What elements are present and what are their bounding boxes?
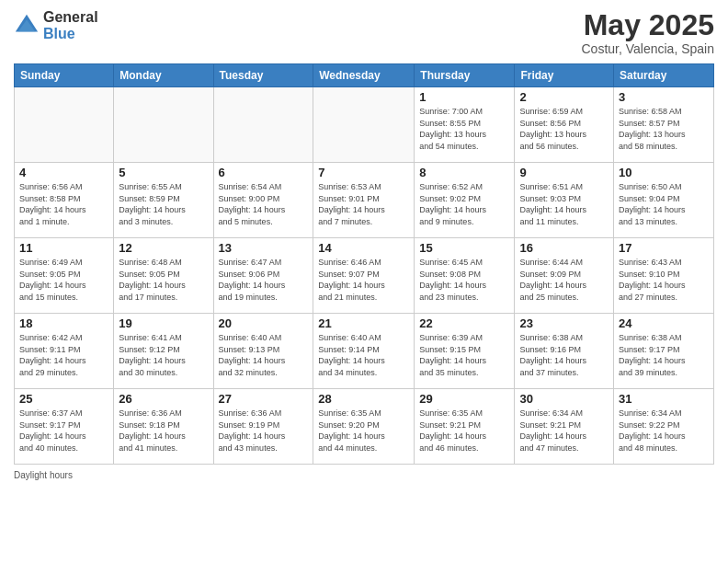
day-number-4: 4	[19, 166, 108, 179]
day-info-8: Sunrise: 6:52 AM Sunset: 9:02 PM Dayligh…	[419, 181, 509, 227]
cell-w5-d6: 30Sunrise: 6:34 AM Sunset: 9:21 PM Dayli…	[515, 389, 614, 465]
day-info-5: Sunrise: 6:55 AM Sunset: 8:59 PM Dayligh…	[119, 181, 208, 227]
day-number-27: 27	[219, 392, 309, 406]
cell-w5-d7: 31Sunrise: 6:34 AM Sunset: 9:22 PM Dayli…	[614, 389, 714, 465]
week-row-2: 4Sunrise: 6:56 AM Sunset: 8:58 PM Daylig…	[15, 163, 714, 238]
day-number-16: 16	[519, 241, 609, 255]
day-info-15: Sunrise: 6:45 AM Sunset: 9:08 PM Dayligh…	[419, 257, 509, 303]
day-number-3: 3	[619, 90, 709, 104]
logo-icon	[14, 13, 40, 39]
cell-w1-d3	[213, 87, 313, 163]
week-row-1: 1Sunrise: 7:00 AM Sunset: 8:55 PM Daylig…	[15, 87, 714, 163]
day-number-17: 17	[619, 241, 709, 255]
cell-w4-d3: 20Sunrise: 6:40 AM Sunset: 9:13 PM Dayli…	[213, 314, 313, 389]
day-info-9: Sunrise: 6:51 AM Sunset: 9:03 PM Dayligh…	[519, 181, 609, 227]
cell-w5-d4: 28Sunrise: 6:35 AM Sunset: 9:20 PM Dayli…	[313, 389, 415, 465]
week-row-4: 18Sunrise: 6:42 AM Sunset: 9:11 PM Dayli…	[15, 314, 714, 389]
page: General Blue May 2025 Costur, Valencia, …	[0, 0, 728, 563]
day-number-9: 9	[519, 166, 609, 179]
week-row-3: 11Sunrise: 6:49 AM Sunset: 9:05 PM Dayli…	[15, 238, 714, 314]
day-number-25: 25	[19, 392, 108, 406]
day-number-13: 13	[219, 241, 309, 255]
day-number-15: 15	[419, 241, 509, 255]
cell-w1-d1	[15, 87, 114, 163]
calendar-table: Sunday Monday Tuesday Wednesday Thursday…	[14, 63, 714, 465]
day-info-2: Sunrise: 6:59 AM Sunset: 8:56 PM Dayligh…	[519, 106, 609, 152]
day-number-1: 1	[419, 90, 509, 104]
day-info-27: Sunrise: 6:36 AM Sunset: 9:19 PM Dayligh…	[219, 408, 309, 454]
cell-w2-d4: 7Sunrise: 6:53 AM Sunset: 9:01 PM Daylig…	[313, 163, 415, 238]
day-number-12: 12	[119, 241, 208, 255]
cell-w4-d4: 21Sunrise: 6:40 AM Sunset: 9:14 PM Dayli…	[313, 314, 415, 389]
day-number-31: 31	[619, 392, 709, 406]
title-area: May 2025 Costur, Valencia, Spain	[582, 9, 715, 56]
day-number-5: 5	[119, 166, 208, 179]
cell-w3-d2: 12Sunrise: 6:48 AM Sunset: 9:05 PM Dayli…	[114, 238, 213, 314]
day-info-31: Sunrise: 6:34 AM Sunset: 9:22 PM Dayligh…	[619, 408, 709, 454]
day-number-14: 14	[318, 241, 409, 255]
cell-w4-d6: 23Sunrise: 6:38 AM Sunset: 9:16 PM Dayli…	[515, 314, 614, 389]
day-info-7: Sunrise: 6:53 AM Sunset: 9:01 PM Dayligh…	[318, 181, 409, 227]
day-number-29: 29	[419, 392, 509, 406]
day-number-7: 7	[318, 166, 409, 179]
cell-w3-d1: 11Sunrise: 6:49 AM Sunset: 9:05 PM Dayli…	[15, 238, 114, 314]
footer: Daylight hours	[14, 470, 714, 480]
day-info-22: Sunrise: 6:39 AM Sunset: 9:15 PM Dayligh…	[419, 332, 509, 378]
day-info-18: Sunrise: 6:42 AM Sunset: 9:11 PM Dayligh…	[19, 332, 108, 378]
header-wednesday: Wednesday	[313, 64, 415, 87]
cell-w4-d1: 18Sunrise: 6:42 AM Sunset: 9:11 PM Dayli…	[15, 314, 114, 389]
day-number-21: 21	[318, 316, 409, 330]
cell-w3-d4: 14Sunrise: 6:46 AM Sunset: 9:07 PM Dayli…	[313, 238, 415, 314]
cell-w2-d1: 4Sunrise: 6:56 AM Sunset: 8:58 PM Daylig…	[15, 163, 114, 238]
cell-w5-d3: 27Sunrise: 6:36 AM Sunset: 9:19 PM Dayli…	[213, 389, 313, 465]
day-number-10: 10	[619, 166, 709, 179]
day-info-30: Sunrise: 6:34 AM Sunset: 9:21 PM Dayligh…	[519, 408, 609, 454]
day-info-6: Sunrise: 6:54 AM Sunset: 9:00 PM Dayligh…	[219, 181, 309, 227]
day-info-12: Sunrise: 6:48 AM Sunset: 9:05 PM Dayligh…	[119, 257, 208, 303]
day-number-26: 26	[119, 392, 208, 406]
day-info-14: Sunrise: 6:46 AM Sunset: 9:07 PM Dayligh…	[318, 257, 409, 303]
header-sunday: Sunday	[15, 64, 114, 87]
cell-w5-d2: 26Sunrise: 6:36 AM Sunset: 9:18 PM Dayli…	[114, 389, 213, 465]
cell-w3-d7: 17Sunrise: 6:43 AM Sunset: 9:10 PM Dayli…	[614, 238, 714, 314]
logo-text: General Blue	[43, 9, 98, 41]
day-number-22: 22	[419, 316, 509, 330]
day-info-20: Sunrise: 6:40 AM Sunset: 9:13 PM Dayligh…	[219, 332, 309, 378]
day-number-2: 2	[519, 90, 609, 104]
cell-w1-d7: 3Sunrise: 6:58 AM Sunset: 8:57 PM Daylig…	[614, 87, 714, 163]
day-info-10: Sunrise: 6:50 AM Sunset: 9:04 PM Dayligh…	[619, 181, 709, 227]
day-number-30: 30	[519, 392, 609, 406]
day-number-20: 20	[219, 316, 309, 330]
day-info-17: Sunrise: 6:43 AM Sunset: 9:10 PM Dayligh…	[619, 257, 709, 303]
cell-w4-d5: 22Sunrise: 6:39 AM Sunset: 9:15 PM Dayli…	[415, 314, 515, 389]
day-info-3: Sunrise: 6:58 AM Sunset: 8:57 PM Dayligh…	[619, 106, 709, 152]
cell-w2-d3: 6Sunrise: 6:54 AM Sunset: 9:00 PM Daylig…	[213, 163, 313, 238]
day-info-4: Sunrise: 6:56 AM Sunset: 8:58 PM Dayligh…	[19, 181, 108, 227]
day-info-26: Sunrise: 6:36 AM Sunset: 9:18 PM Dayligh…	[119, 408, 208, 454]
day-info-19: Sunrise: 6:41 AM Sunset: 9:12 PM Dayligh…	[119, 332, 208, 378]
main-title: May 2025	[582, 9, 715, 41]
cell-w2-d7: 10Sunrise: 6:50 AM Sunset: 9:04 PM Dayli…	[614, 163, 714, 238]
cell-w2-d5: 8Sunrise: 6:52 AM Sunset: 9:02 PM Daylig…	[415, 163, 515, 238]
footer-daylight-hours: Daylight hours	[14, 470, 73, 480]
day-number-23: 23	[519, 316, 609, 330]
day-number-6: 6	[219, 166, 309, 179]
cell-w3-d5: 15Sunrise: 6:45 AM Sunset: 9:08 PM Dayli…	[415, 238, 515, 314]
cell-w4-d2: 19Sunrise: 6:41 AM Sunset: 9:12 PM Dayli…	[114, 314, 213, 389]
header-friday: Friday	[515, 64, 614, 87]
header-monday: Monday	[114, 64, 213, 87]
day-number-19: 19	[119, 316, 208, 330]
day-info-1: Sunrise: 7:00 AM Sunset: 8:55 PM Dayligh…	[419, 106, 509, 152]
cell-w5-d1: 25Sunrise: 6:37 AM Sunset: 9:17 PM Dayli…	[15, 389, 114, 465]
calendar-header-row: Sunday Monday Tuesday Wednesday Thursday…	[15, 64, 714, 87]
logo-blue-text: Blue	[43, 26, 98, 42]
day-info-13: Sunrise: 6:47 AM Sunset: 9:06 PM Dayligh…	[219, 257, 309, 303]
day-number-8: 8	[419, 166, 509, 179]
day-info-24: Sunrise: 6:38 AM Sunset: 9:17 PM Dayligh…	[619, 332, 709, 378]
day-info-25: Sunrise: 6:37 AM Sunset: 9:17 PM Dayligh…	[19, 408, 108, 454]
subtitle: Costur, Valencia, Spain	[582, 41, 715, 56]
cell-w4-d7: 24Sunrise: 6:38 AM Sunset: 9:17 PM Dayli…	[614, 314, 714, 389]
day-info-11: Sunrise: 6:49 AM Sunset: 9:05 PM Dayligh…	[19, 257, 108, 303]
cell-w3-d3: 13Sunrise: 6:47 AM Sunset: 9:06 PM Dayli…	[213, 238, 313, 314]
logo-general-text: General	[43, 9, 98, 26]
